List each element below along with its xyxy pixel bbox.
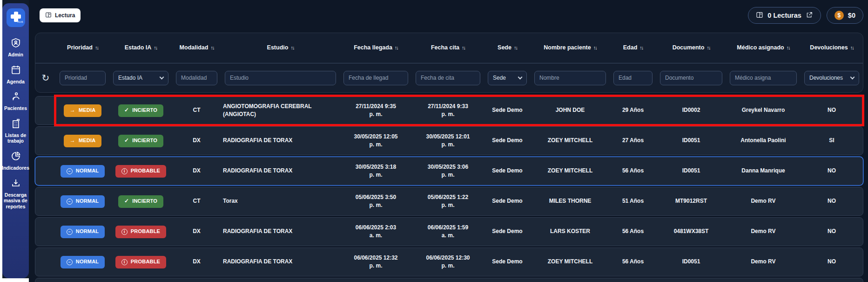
column-header-row: Prioridad↑↓ Estado IA↑↓ Modalidad↑↓ Estu… <box>35 33 863 63</box>
column-header-estudio[interactable]: Estudio↑↓ <box>221 44 340 52</box>
appointment-date-cell: 30/05/2025 12:01p. m. <box>412 133 484 149</box>
document-cell: ID0051 <box>656 258 726 266</box>
filter-input-documento[interactable] <box>660 71 722 85</box>
table-row[interactable]: −NORMAL iPROBABLE DX RADIOGRAFIA DE TORA… <box>35 157 863 186</box>
table-row[interactable]: −NORMAL iPROBABLE DX RADIOGRAFIA DE TORA… <box>35 217 863 246</box>
doctor-cell: Demo RV <box>726 227 801 235</box>
sidebar-item-agenda[interactable]: Agenda <box>2 64 29 85</box>
returns-cell: NO <box>801 167 863 175</box>
document-cell: ID0051 <box>656 137 726 144</box>
filter-select-label: Sede <box>493 75 506 81</box>
table-row[interactable]: −NORMAL iPROBABLE DX RADIOGRAFIA DE TORA… <box>35 248 863 276</box>
filter-select-estado-ia[interactable]: Estado IA <box>113 71 168 85</box>
arrival-date-cell: 30/05/2025 3:18p. m. <box>340 163 412 179</box>
site-cell: Sede Demo <box>484 106 531 114</box>
sidebar-item-pacientes[interactable]: Pacientes <box>2 91 29 111</box>
column-header-fecha-llegada[interactable]: Fecha llegada↑↓ <box>340 44 412 52</box>
sort-icon: ↑↓ <box>787 45 790 51</box>
column-header-prioridad[interactable]: Prioridad↑↓ <box>56 44 109 52</box>
study-cell: ANGIOTOMOGRAFIA CEREBRAL (ANGIOTAC) <box>221 103 340 119</box>
column-header-medico-asignado[interactable]: Médico asignado↑↓ <box>726 44 801 52</box>
modality-cell: CT <box>172 106 221 114</box>
column-header-sede[interactable]: Sede↑↓ <box>484 44 531 52</box>
appointment-date-cell: 05/06/2025 1:22p. m. <box>412 193 484 210</box>
pie-chart-icon <box>10 151 21 164</box>
filter-input-prioridad[interactable] <box>60 71 106 85</box>
app-logo[interactable]: PLUS <box>7 8 25 27</box>
study-cell: RADIOGRAFIA DE TORAX <box>221 167 340 175</box>
returns-cell: SI <box>801 137 863 144</box>
priority-icon: − <box>67 199 73 205</box>
priority-badge: −NORMAL <box>61 195 105 208</box>
external-link-icon <box>806 11 813 20</box>
chevron-down-icon <box>160 75 164 80</box>
table-row-partial[interactable] <box>35 278 863 282</box>
filter-input-medico[interactable] <box>730 71 797 85</box>
filter-input-nombre[interactable] <box>534 71 606 85</box>
arrival-date-cell: 06/06/2025 2:03a. m. <box>340 224 412 240</box>
calendar-icon <box>10 64 21 77</box>
filter-select-devoluciones[interactable]: Devoluciones <box>804 71 859 85</box>
doctor-cell: Antonella Paolini <box>726 137 801 144</box>
ai-status-badge: iPROBABLE <box>115 226 166 238</box>
priority-badge: −NORMAL <box>61 226 105 238</box>
patient-name-cell: MILES THORNE <box>531 197 610 205</box>
table-row[interactable]: →MEDIA ✓INCIERTO CT ANGIOTOMOGRAFIA CERE… <box>35 96 863 125</box>
balance-pill[interactable]: $ $0 <box>827 7 863 24</box>
returns-cell: NO <box>801 197 863 205</box>
column-header-devoluciones[interactable]: Devoluciones↑↓ <box>801 44 863 52</box>
modality-cell: DX <box>172 137 221 144</box>
column-header-documento[interactable]: Documento↑↓ <box>656 44 726 52</box>
column-header-modalidad[interactable]: Modalidad↑↓ <box>172 44 221 52</box>
filter-input-edad[interactable] <box>613 71 653 85</box>
doctor-cell: Danna Manrique <box>726 167 801 175</box>
filter-input-fecha-cita[interactable] <box>416 71 480 85</box>
filter-select-sede[interactable]: Sede <box>488 71 527 85</box>
lectura-button[interactable]: Lectura <box>40 8 81 22</box>
filter-input-estudio[interactable] <box>225 71 336 85</box>
column-header-fecha-cita[interactable]: Fecha cita↑↓ <box>412 44 484 52</box>
filter-input-modalidad[interactable] <box>176 71 217 85</box>
column-header-nombre-paciente[interactable]: Nombre paciente↑↓ <box>531 44 610 52</box>
coin-icon: $ <box>834 11 844 20</box>
column-header-estado-ia[interactable]: Estado IA↑↓ <box>109 44 172 52</box>
site-cell: Sede Demo <box>484 167 531 175</box>
patient-name-cell: ZOEY MITCHELL <box>531 258 610 266</box>
patient-name-cell: LARS KOSTER <box>531 227 610 235</box>
document-cell: MT9012RST <box>656 197 726 205</box>
table-row[interactable]: −NORMAL ✓INCIERTO CT Torax 05/06/2025 3:… <box>35 187 863 216</box>
sidebar-item-listas-de-trabajo[interactable]: Listas de trabajo <box>2 118 29 144</box>
document-cell: ID0002 <box>656 106 726 114</box>
sort-icon: ↑↓ <box>593 45 597 51</box>
filter-select-label: Devoluciones <box>809 75 843 81</box>
table-body: →MEDIA ✓INCIERTO CT ANGIOTOMOGRAFIA CERE… <box>35 96 863 282</box>
priority-icon: → <box>70 137 75 144</box>
arrival-date-cell: 30/05/2025 12:05p. m. <box>340 133 412 149</box>
age-cell: 56 Años <box>610 227 656 235</box>
sidebar-item-descarga-masiva[interactable]: Descarga masiva de reportes <box>2 178 29 210</box>
sidebar-item-label: Agenda <box>6 79 25 85</box>
sort-icon: ↑↓ <box>514 45 517 51</box>
refresh-button[interactable]: ↻ <box>42 73 50 83</box>
document-cell: 0481WX38ST <box>656 227 726 235</box>
filter-select-label: Estado IA <box>118 75 142 81</box>
priority-icon: − <box>67 168 73 174</box>
lecturas-counter-pill[interactable]: 0 Lecturas <box>748 7 821 24</box>
sort-icon: ↑↓ <box>462 45 465 51</box>
chevron-down-icon <box>518 75 523 80</box>
modality-cell: DX <box>172 258 221 266</box>
site-cell: Sede Demo <box>484 197 531 205</box>
table-row[interactable]: →MEDIA ✓INCIERTO DX RADIOGRAFIA DE TORAX… <box>35 126 863 155</box>
ai-status-badge: iPROBABLE <box>115 165 166 178</box>
priority-icon: − <box>67 259 73 265</box>
sort-icon: ↑↓ <box>154 45 157 51</box>
sort-icon: ↑↓ <box>639 45 643 51</box>
sidebar-item-indicadores[interactable]: Indicadores <box>2 151 29 171</box>
column-header-edad[interactable]: Edad↑↓ <box>610 44 656 52</box>
sidebar-item-admin[interactable]: Admin <box>2 37 29 58</box>
patient-icon <box>10 91 21 104</box>
hospital-building-icon <box>10 118 21 131</box>
filter-input-fecha-llegada[interactable] <box>343 71 408 85</box>
ai-status-icon: i <box>121 168 128 174</box>
table-header-panel: Prioridad↑↓ Estado IA↑↓ Modalidad↑↓ Estu… <box>35 33 863 93</box>
